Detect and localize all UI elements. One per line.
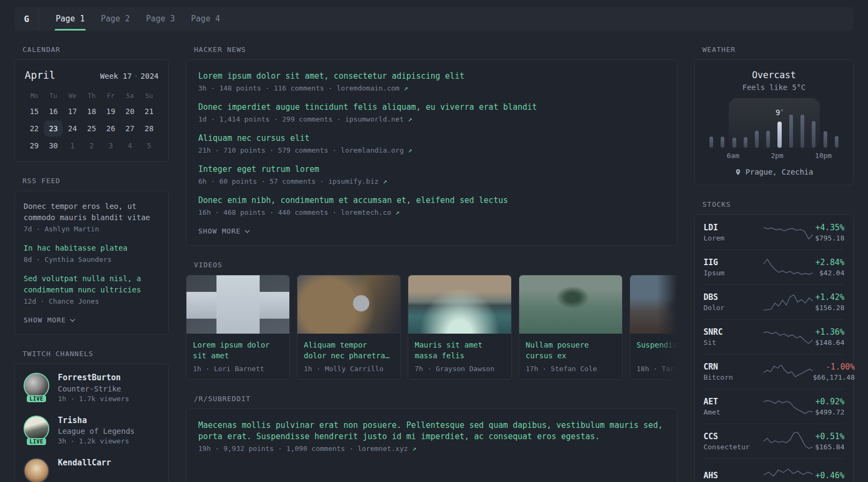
calendar-day: 18: [82, 103, 101, 119]
stock-row[interactable]: AHS +0.46%: [704, 458, 844, 482]
hackernews-item-title[interactable]: Lorem ipsum dolor sit amet, consectetur …: [198, 71, 665, 82]
video-card[interactable]: Suspendisse diam 18h · Tara: [630, 275, 677, 380]
calendar-separator: ·: [132, 72, 140, 80]
stock-sparkline: [764, 257, 813, 277]
video-thumbnail: [630, 275, 677, 334]
stock-sparkline: [764, 222, 813, 243]
avatar: [24, 373, 49, 398]
weather-time-label: 10pm: [815, 152, 832, 160]
stock-row[interactable]: CCS Consectetur +0.51% $165.84: [704, 424, 844, 458]
stock-ticker: LDI: [704, 223, 764, 232]
weather-bar-column: [797, 100, 808, 148]
video-title: Aliquam tempor dolor nec pharetra…: [297, 334, 400, 362]
calendar-grid: MoTuWeThFrSaSu15161718192021222324252627…: [25, 89, 159, 154]
video-card[interactable]: Mauris sit amet massa felis 7h · Grayson…: [408, 275, 512, 380]
weather-bar: [824, 131, 827, 148]
calendar-day: 5: [139, 138, 159, 154]
video-card[interactable]: Nullam posuere cursus ex 17h · Stefan Co…: [519, 275, 623, 380]
video-title: Mauris sit amet massa felis: [408, 334, 511, 362]
tab-page-2[interactable]: Page 2: [93, 7, 138, 31]
tab-page-1[interactable]: Page 1: [48, 7, 93, 31]
hackernews-item-domain[interactable]: ipsumworld.net: [345, 115, 404, 123]
stock-change: -1.00%: [813, 362, 855, 372]
stock-row[interactable]: LDI Lorem +4.35% $795.18: [704, 215, 844, 250]
tab-page-3-label: Page 3: [146, 14, 175, 24]
subreddit-post-title[interactable]: Maecenas mollis pulvinar erat non posuer…: [198, 420, 665, 442]
hackernews-item-stats: 6h · 60 points · 57 comments ·: [198, 177, 328, 185]
stock-change: +1.36%: [815, 327, 844, 337]
rss-item-title[interactable]: In hac habitasse platea: [24, 243, 160, 254]
hackernews-item-title[interactable]: Aliquam nec cursus elit: [198, 133, 665, 144]
hackernews-item-title[interactable]: Donec imperdiet augue tincidunt felis al…: [198, 102, 665, 113]
stock-values: +4.35% $795.18: [815, 223, 844, 242]
hackernews-item-meta: 6h · 60 points · 57 comments · ipsumify.…: [198, 177, 665, 185]
weather-bar: [766, 131, 770, 148]
external-link-icon: ↗: [404, 84, 408, 92]
twitch-channel-meta: 3h · 1.2k viewers: [58, 437, 134, 445]
stock-id: SNRC Sit: [704, 327, 764, 347]
weather-bar-column: [831, 100, 842, 148]
video-title: Suspendisse diam: [630, 334, 677, 362]
tab-page-4[interactable]: Page 4: [183, 7, 228, 31]
twitch-channel-meta: 1h · 1.7k viewers: [58, 395, 129, 403]
video-thumbnail: [408, 275, 511, 334]
twitch-channel-row[interactable]: LIVE Trisha League of Legends 3h · 1.2k …: [24, 416, 160, 446]
twitch-channel-game: League of Legends: [58, 427, 134, 435]
twitch-channel-row[interactable]: LIVE ForrestBurton Counter-Strike 1h · 1…: [24, 373, 160, 403]
hackernews-item-domain[interactable]: loremdomain.com: [336, 84, 399, 92]
stock-row[interactable]: IIG Ipsum +2.84% $42.04: [704, 250, 844, 284]
hackernews-item-meta: 21h · 710 points · 579 comments · loreml…: [198, 146, 665, 154]
calendar-month: April: [25, 69, 55, 81]
rss-item-title[interactable]: Donec tempor eros leo, ut commodo mauris…: [24, 201, 160, 223]
stock-row[interactable]: AET Amet +0.92% $499.72: [704, 389, 844, 424]
external-link-icon: ↗: [412, 445, 416, 453]
video-card[interactable]: Lorem ipsum dolor sit amet consectetu… 1…: [186, 275, 290, 380]
tab-page-2-label: Page 2: [101, 14, 130, 24]
twitch-avatar-wrap: LIVE: [24, 373, 49, 398]
video-card[interactable]: Aliquam tempor dolor nec pharetra… 1h · …: [297, 275, 401, 380]
calendar-day-header: Tu: [44, 89, 63, 102]
rss-show-more-button[interactable]: SHOW MORE: [24, 316, 76, 324]
rss-item-title[interactable]: Sed volutpat nulla nisl, a condimentum n…: [24, 273, 160, 296]
stock-values: +1.36% $148.64: [815, 327, 844, 347]
video-meta: 1h · Molly Carrillo: [297, 362, 400, 379]
twitch-widget: TWITCH CHANNELS LIVE ForrestBurton Count…: [14, 350, 169, 482]
calendar-day: 4: [121, 138, 140, 154]
subreddit-post-domain[interactable]: loremnet.xyz: [357, 445, 408, 453]
active-tab-underline: [55, 29, 86, 31]
stock-change: +2.84%: [815, 258, 844, 267]
tab-page-4-label: Page 4: [191, 14, 220, 24]
hackernews-item-meta: 1d · 1,414 points · 299 comments · ipsum…: [198, 115, 665, 123]
hackernews-item-domain[interactable]: loremlandia.org: [341, 146, 403, 154]
stock-row[interactable]: CRN Bitcorn -1.00% $66,171.48: [704, 354, 844, 389]
tab-page-3[interactable]: Page 3: [138, 7, 183, 31]
calendar-day-header: Th: [82, 89, 101, 102]
hackernews-show-more-button[interactable]: SHOW MORE: [198, 227, 250, 235]
hackernews-item-stats: 16h · 468 points · 440 comments ·: [198, 208, 341, 216]
app-logo[interactable]: G: [14, 7, 39, 31]
degree-symbol: °: [780, 108, 784, 115]
rss-show-more-label: SHOW MORE: [24, 316, 66, 324]
stock-change: +4.35%: [815, 223, 844, 232]
hackernews-item-title[interactable]: Integer eget rutrum lorem: [198, 164, 665, 175]
stock-price: $42.04: [815, 269, 844, 277]
stock-change: +0.46%: [815, 471, 844, 480]
twitch-channel-row[interactable]: KendallCarr: [24, 458, 160, 482]
calendar-day: 17: [63, 103, 82, 119]
stock-row[interactable]: SNRC Sit +1.36% $148.64: [704, 319, 844, 354]
video-title: Nullam posuere cursus ex: [519, 334, 622, 362]
calendar-week-year: Week 17·2024: [100, 72, 159, 80]
calendar-widget-label: CALENDAR: [23, 46, 169, 54]
calendar-year: 2024: [140, 72, 159, 80]
calendar-day: 20: [121, 103, 140, 119]
calendar-day-header: We: [63, 89, 82, 102]
stock-row[interactable]: DBS Dolor +1.42% $156.28: [704, 284, 844, 319]
chevron-down-icon: [70, 319, 76, 322]
weather-current-temp: 9°: [776, 108, 784, 117]
hackernews-item-domain[interactable]: ipsumify.biz: [328, 177, 379, 185]
hackernews-item-domain[interactable]: loremtech.co: [341, 208, 391, 216]
hackernews-item-title[interactable]: Donec enim nibh, condimentum et accumsan…: [198, 195, 665, 206]
stock-sparkline: [764, 362, 813, 382]
twitch-channel-info: Trisha League of Legends 3h · 1.2k viewe…: [58, 416, 134, 446]
calendar-day: 1: [63, 138, 82, 154]
